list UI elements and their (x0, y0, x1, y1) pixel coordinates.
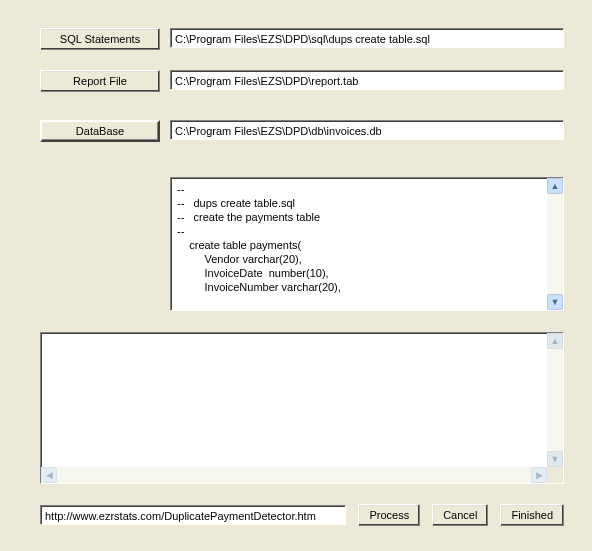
url-field[interactable]: http://www.ezrstats.com/DuplicatePayment… (40, 505, 346, 525)
cancel-button[interactable]: Cancel (432, 504, 488, 526)
finished-button[interactable]: Finished (500, 504, 564, 526)
scroll-track[interactable] (57, 467, 531, 483)
sql-statements-button[interactable]: SQL Statements (40, 28, 160, 50)
dialog-body: SQL Statements C:\Program Files\EZS\DPD\… (0, 0, 592, 551)
log-hscrollbar[interactable]: ◀ ▶ (41, 467, 563, 483)
row-database: DataBase C:\Program Files\EZS\DPD\db\inv… (40, 120, 564, 142)
row-report: Report File C:\Program Files\EZS\DPD\rep… (40, 70, 564, 92)
sql-preview-content: -- -- dups create table.sql -- create th… (171, 178, 547, 310)
bottom-row: http://www.ezrstats.com/DuplicatePayment… (40, 504, 564, 526)
log-output-content (41, 333, 547, 467)
database-button[interactable]: DataBase (40, 120, 160, 142)
report-file-field[interactable]: C:\Program Files\EZS\DPD\report.tab (170, 70, 564, 90)
log-vscrollbar[interactable]: ▲ ▼ (547, 333, 563, 467)
row-sql: SQL Statements C:\Program Files\EZS\DPD\… (40, 28, 564, 50)
sql-preview-box[interactable]: -- -- dups create table.sql -- create th… (170, 177, 564, 311)
report-file-button[interactable]: Report File (40, 70, 160, 92)
database-field[interactable]: C:\Program Files\EZS\DPD\db\invoices.db (170, 120, 564, 140)
scroll-down-icon[interactable]: ▼ (547, 294, 563, 310)
scroll-corner (547, 467, 563, 483)
sql-statements-field[interactable]: C:\Program Files\EZS\DPD\sql\dups create… (170, 28, 564, 48)
scroll-right-icon[interactable]: ▶ (531, 467, 547, 483)
scroll-up-icon[interactable]: ▲ (547, 333, 563, 349)
log-output-box[interactable]: ▲ ▼ ◀ ▶ (40, 332, 564, 484)
scroll-up-icon[interactable]: ▲ (547, 178, 563, 194)
scroll-track[interactable] (547, 194, 563, 294)
sql-preview-scrollbar[interactable]: ▲ ▼ (547, 178, 563, 310)
scroll-left-icon[interactable]: ◀ (41, 467, 57, 483)
scroll-down-icon[interactable]: ▼ (547, 451, 563, 467)
scroll-track[interactable] (547, 349, 563, 451)
process-button[interactable]: Process (358, 504, 420, 526)
